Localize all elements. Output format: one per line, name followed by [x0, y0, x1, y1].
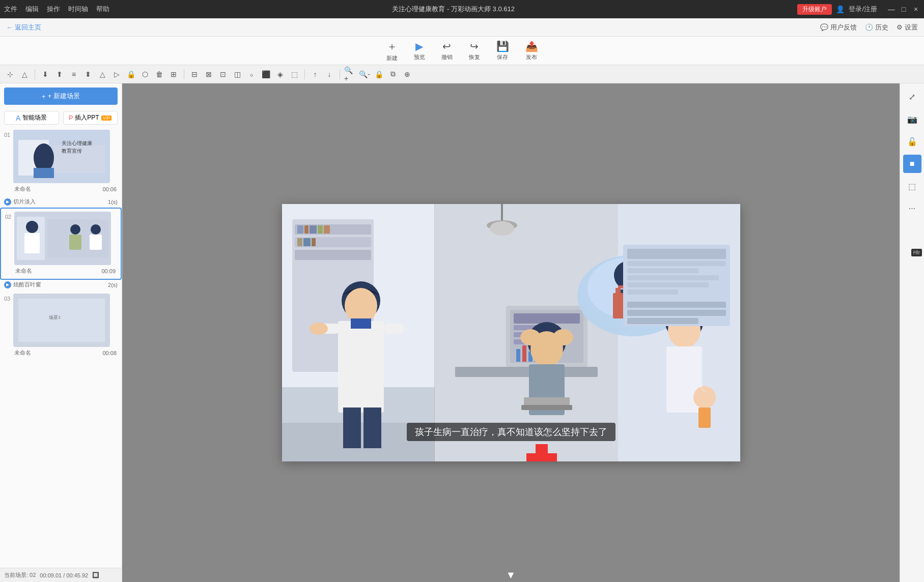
back-home-button[interactable]: ← 返回主页	[6, 23, 41, 32]
flip-h[interactable]: ◫	[231, 68, 243, 80]
login-button[interactable]: 登录/注册	[849, 5, 877, 14]
align-right[interactable]: ▷	[110, 68, 123, 80]
settings-button[interactable]: ⚙ 设置	[897, 23, 918, 32]
spacing-h[interactable]: ⬛	[260, 68, 272, 80]
transition-01[interactable]: ▶ 切片淡入 1(s)	[0, 197, 122, 208]
scene-name-02: 未命名	[15, 267, 32, 275]
redo-button[interactable]: ↪ 恢复	[469, 40, 480, 61]
left-status-bar: 当前场景: 02 00:09.01 / 00:45.92 🔲	[0, 568, 122, 582]
svg-rect-30	[297, 238, 302, 246]
current-scene-label: 当前场景: 02	[4, 571, 36, 579]
align-center-v[interactable]: ≡	[68, 68, 80, 80]
copy-button[interactable]: ⧉	[387, 68, 399, 80]
paste-button[interactable]: ⊕	[401, 68, 413, 80]
snapshot-button[interactable]: 📷	[903, 110, 921, 128]
publish-icon: 📤	[525, 40, 538, 52]
user-avatar-icon: 👤	[836, 5, 845, 13]
scene-item-01[interactable]: 01 关注心理健康	[0, 127, 122, 197]
minimize-button[interactable]: —	[887, 5, 895, 13]
scene-duration-01: 00:06	[102, 186, 117, 192]
app-title: 关注心理健康教育 - 万彩动画大师 3.0.612	[109, 5, 797, 14]
lock-canvas-button[interactable]: 🔓	[903, 132, 921, 151]
zoom-out[interactable]: 🔍-	[358, 68, 371, 80]
new-scene-button[interactable]: + + 新建场景	[4, 88, 118, 105]
svg-point-14	[91, 224, 101, 235]
canvas-wrapper: 默认镜头	[282, 204, 740, 461]
scene-item-02[interactable]: 02	[0, 208, 122, 280]
menu-help[interactable]: 帮助	[96, 5, 109, 14]
maximize-button[interactable]: □	[900, 5, 908, 13]
vip-badge: VIP	[101, 115, 112, 121]
menu-edit[interactable]: 编辑	[25, 5, 39, 14]
preview-button[interactable]: ▶ 预览	[414, 40, 425, 61]
spacing-more[interactable]: ⬚	[288, 68, 300, 80]
align-triangle[interactable]: △	[96, 68, 108, 80]
history-button[interactable]: 🕐 历史	[865, 23, 888, 32]
svg-rect-13	[69, 235, 81, 250]
lock-button[interactable]: 🔒	[125, 68, 137, 80]
insert-ppt-button[interactable]: P 插入PPT VIP	[63, 111, 118, 125]
order-down[interactable]: ↓	[323, 68, 335, 80]
save-icon: 💾	[496, 40, 509, 52]
close-button[interactable]: ×	[912, 5, 920, 13]
delete-button[interactable]: 🗑	[153, 68, 165, 80]
svg-rect-15	[90, 235, 102, 250]
scene-item-03[interactable]: 03 场景3 未命名 00:08	[0, 290, 122, 361]
publish-button[interactable]: 📤 发布	[525, 40, 538, 61]
mirror-button[interactable]: ⊞	[167, 68, 180, 80]
menu-file[interactable]: 文件	[4, 5, 17, 14]
svg-rect-48	[522, 345, 526, 362]
new-button[interactable]: ＋ 新建	[386, 40, 398, 62]
svg-rect-89	[627, 282, 709, 287]
flip-v[interactable]: ⬦	[245, 68, 258, 80]
save-button[interactable]: 💾 保存	[496, 40, 509, 61]
svg-rect-68	[343, 408, 361, 448]
transition-02[interactable]: ▶ 炫酷百叶窗 2(s)	[0, 280, 122, 290]
main-layout: + + 新建场景 A 智能场景 P 插入PPT VIP 01	[0, 83, 924, 582]
align-down-button[interactable]: ⬇	[39, 68, 51, 80]
lock2[interactable]: 🔒	[373, 68, 385, 80]
order-up[interactable]: ↑	[309, 68, 321, 80]
toolbar-center: ＋ 新建 ▶ 预览 ↩ 撤销 ↪ 恢复 💾 保存 📤 发布	[386, 40, 538, 62]
svg-rect-91	[627, 302, 726, 308]
svg-text:关注心理健康: 关注心理健康	[62, 140, 92, 146]
svg-rect-60	[618, 285, 623, 288]
smart-scene-button[interactable]: A 智能场景	[4, 111, 59, 125]
select-tool-button[interactable]: ⊹	[4, 68, 16, 80]
svg-rect-4	[34, 168, 54, 178]
layers-button[interactable]: ⬚	[903, 177, 921, 195]
scene-preview-svg-03: 场景3	[13, 294, 110, 347]
more-button[interactable]: ···	[903, 199, 921, 218]
status-icon[interactable]: 🔲	[92, 572, 99, 578]
svg-rect-11	[24, 233, 40, 253]
undo-button[interactable]: ↩ 撤销	[441, 40, 453, 61]
canvas-expand-button[interactable]: ▼	[506, 569, 516, 581]
spacing-v[interactable]: ◈	[274, 68, 286, 80]
scene-type-row: A 智能场景 P 插入PPT VIP	[0, 109, 122, 127]
upgrade-button[interactable]: 升级账户	[797, 4, 832, 15]
svg-rect-90	[627, 289, 678, 295]
align-up-button[interactable]: ⬆	[53, 68, 66, 80]
svg-rect-32	[312, 238, 316, 246]
preview-icon: ▶	[415, 40, 423, 52]
scene-num-01: 01	[4, 132, 10, 138]
svg-point-72	[520, 329, 541, 345]
align-left2[interactable]: ⊡	[217, 68, 229, 80]
group-button[interactable]: ⬡	[139, 68, 151, 80]
secondary-toolbar: ⊹ △ ⬇ ⬆ ≡ ⬍ △ ▷ 🔒 ⬡ 🗑 ⊞ ⊟ ⊠ ⊡ ◫ ⬦ ⬛ ◈ ⬚ …	[0, 65, 924, 83]
camera-tool-button[interactable]: △	[18, 68, 31, 80]
scene-num-02: 02	[5, 214, 11, 220]
distribute-h[interactable]: ⊟	[188, 68, 201, 80]
fullscreen-button[interactable]: ⤢	[903, 88, 921, 106]
menu-timeline[interactable]: 时间轴	[68, 5, 88, 14]
menu-bar: ← 返回主页 💬 用户反馈 🕐 历史 ⚙ 设置	[0, 18, 924, 37]
scene-info-02: 未命名 00:09	[14, 266, 117, 276]
align-bottom[interactable]: ⬍	[82, 68, 94, 80]
zoom-in[interactable]: 🔍+	[344, 68, 356, 80]
menu-operate[interactable]: 操作	[47, 5, 60, 14]
distribute-v[interactable]: ⊠	[203, 68, 215, 80]
feedback-button[interactable]: 💬 用户反馈	[820, 23, 857, 32]
color-button[interactable]: ■	[903, 155, 921, 173]
svg-point-3	[34, 143, 54, 172]
menu-items: 文件 编辑 操作 时间轴 帮助	[4, 5, 109, 14]
